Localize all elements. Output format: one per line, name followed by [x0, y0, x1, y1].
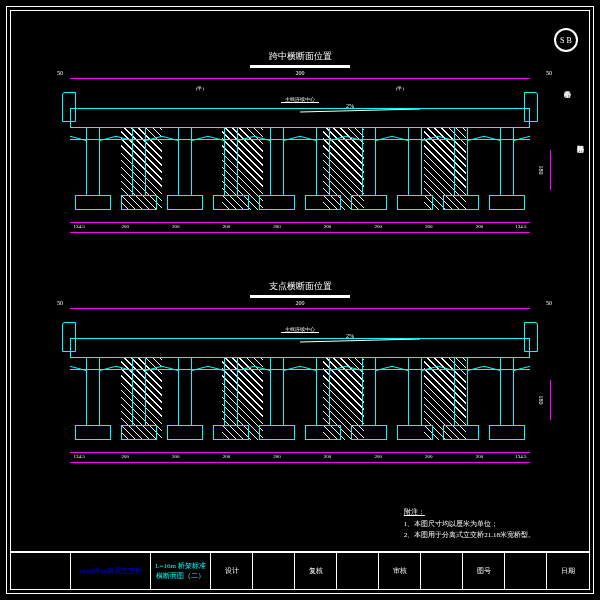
t-girder — [208, 128, 254, 210]
notes-block: 附注： 1、本图尺寸均以厘米为单位； 2、本图用于分离式立交桥21.18米宽桥型… — [404, 507, 535, 541]
tb-review: 复核 — [295, 553, 337, 589]
title-underline — [250, 65, 350, 68]
title-block: xxxx跨xx路高立交桥 L=16m 桥架标准横断面图（二） 设计 复核 审核 … — [10, 552, 590, 590]
tb-review-val — [337, 553, 379, 589]
t-girder — [254, 358, 300, 440]
girder-row — [70, 358, 530, 440]
t-girder — [346, 358, 392, 440]
bottom-dims: 134.5 200 200 200 200 200 200 200 200 13… — [70, 218, 530, 238]
dim-value: 200 — [476, 454, 484, 459]
t-girder — [300, 358, 346, 440]
t-girder — [116, 128, 162, 210]
dim-value: 200 — [476, 224, 484, 229]
t-girder — [484, 358, 530, 440]
height-dim: 180 — [540, 150, 560, 190]
centerline-label: 主线连续中心 — [281, 326, 319, 333]
dim-value: 134.5 — [74, 454, 85, 459]
t-girder — [116, 358, 162, 440]
t-girder — [484, 128, 530, 210]
dim-value: 200 — [425, 224, 433, 229]
dim-overall-value: 200 — [296, 70, 305, 76]
half-label-r: (半) — [396, 85, 404, 91]
t-girder — [438, 128, 484, 210]
dim-value: 200 — [172, 454, 180, 459]
title-underline — [250, 295, 350, 298]
t-girder — [162, 128, 208, 210]
dim-overall — [70, 78, 530, 79]
t-girder — [208, 358, 254, 440]
tb-check: 审核 — [379, 553, 421, 589]
dim-overall — [70, 308, 530, 309]
t-girder — [392, 128, 438, 210]
dim-parapet-l: 50 — [57, 300, 63, 306]
dim-value: 200 — [374, 224, 382, 229]
dim-value: 134.5 — [515, 454, 526, 459]
dim-value: 200 — [324, 224, 332, 229]
height-dim: 180 — [540, 380, 560, 420]
dim-value: 200 — [172, 224, 180, 229]
t-girder — [438, 358, 484, 440]
section-title: 跨中横断面位置 — [50, 50, 550, 63]
dim-value: 200 — [121, 454, 129, 459]
tb-design: 设计 — [211, 553, 253, 589]
t-girder — [346, 128, 392, 210]
beam-drawing: 主线连续中心 2% 134.5 200 200 2 — [70, 330, 530, 440]
dim-overall-value: 200 — [296, 300, 305, 306]
t-girder — [70, 358, 116, 440]
t-girder — [392, 358, 438, 440]
girder-row — [70, 128, 530, 210]
dim-value: 200 — [223, 454, 231, 459]
half-label-l: (半) — [196, 85, 204, 91]
north-arrow-icon: S B — [554, 28, 578, 52]
tb-date: 日期 — [547, 553, 589, 589]
dim-value: 134.5 — [74, 224, 85, 229]
dim-value: 134.5 — [515, 224, 526, 229]
dim-parapet-r: 50 — [546, 70, 552, 76]
tb-design-val — [253, 553, 295, 589]
section-title: 支点横断面位置 — [50, 280, 550, 293]
t-girder — [70, 128, 116, 210]
tb-route: xxxx跨xx路高立交桥 — [71, 553, 151, 589]
beam-drawing: 主线连续中心 2% 134.5 200 200 2 — [70, 100, 530, 210]
tb-project — [11, 553, 71, 589]
t-girder — [162, 358, 208, 440]
centerline-label: 主线连续中心 — [281, 96, 319, 103]
dim-value: 200 — [273, 454, 281, 459]
tb-sheet-val — [505, 553, 547, 589]
note-line: 2、本图用于分离式立交桥21.18米宽桥型。 — [404, 530, 535, 541]
section-midspan: 跨中横断面位置 200 50 50 (半) (半) 主线连续中心 2% — [50, 50, 550, 240]
dim-value: 200 — [121, 224, 129, 229]
notes-title: 附注： — [404, 507, 535, 518]
height-value: 180 — [538, 166, 544, 175]
dim-value: 200 — [374, 454, 382, 459]
dim-value: 200 — [273, 224, 281, 229]
dim-value: 200 — [324, 454, 332, 459]
section-support: 支点横断面位置 200 50 50 主线连续中心 2% — [50, 280, 550, 470]
bottom-dims: 134.5 200 200 200 200 200 200 200 200 13… — [70, 448, 530, 468]
t-girder — [254, 128, 300, 210]
dim-parapet-l: 50 — [57, 70, 63, 76]
tb-sheet: 图号 — [463, 553, 505, 589]
dim-value: 200 — [425, 454, 433, 459]
height-value: 180 — [538, 396, 544, 405]
dim-value: 200 — [223, 224, 231, 229]
tb-drawing-title: L=16m 桥架标准横断面图（二） — [151, 553, 211, 589]
tb-check-val — [421, 553, 463, 589]
note-line: 1、本图尺寸均以厘米为单位； — [404, 519, 535, 530]
dim-parapet-r: 50 — [546, 300, 552, 306]
t-girder — [300, 128, 346, 210]
